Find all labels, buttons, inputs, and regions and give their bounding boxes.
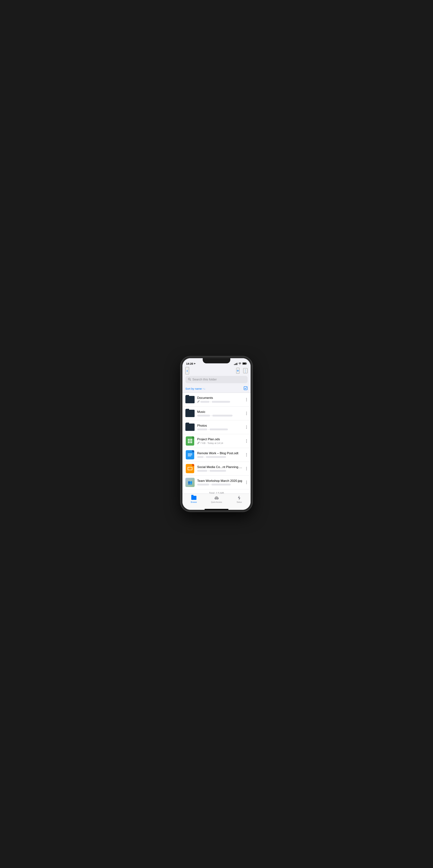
sort-up-arrow: ↑ <box>203 387 204 390</box>
meta-skeleton-2 <box>206 456 226 458</box>
file-meta-project-plan: 7 KB · Today at 14:14 <box>197 442 243 445</box>
tab-status-label: Status <box>237 501 242 503</box>
tab-bar: Browse Quick Access <box>182 494 251 509</box>
link-icon <box>197 400 200 403</box>
sort-label[interactable]: Sort by name ↑ ↓ <box>185 387 205 390</box>
svg-marker-13 <box>238 495 240 500</box>
signal-bar-2 <box>235 364 235 365</box>
top-nav: ‹ + ⋮ <box>182 366 251 376</box>
file-meta-team-workshop: - <box>197 483 243 486</box>
home-bar <box>205 509 228 510</box>
file-info-remote-work: Remote Work – Blog Post.odt - <box>197 452 243 458</box>
sort-arrows: ↑ ↓ <box>203 387 205 390</box>
sort-text: Sort by name <box>185 387 202 390</box>
file-name-documents: Documents <box>197 396 243 400</box>
file-meta-documents: - <box>197 400 243 403</box>
file-info-social-media: Social Media Co...nt Planning.odp - <box>197 465 243 472</box>
time-display: 14:20 <box>186 362 193 365</box>
browse-icon <box>191 495 196 500</box>
file-more-button[interactable] <box>246 425 248 430</box>
tab-browse[interactable]: Browse <box>182 495 205 503</box>
link-icon <box>197 442 200 445</box>
file-more-button[interactable] <box>246 397 248 402</box>
signal-bars <box>234 363 237 365</box>
phone-frame: 14:20 ➤ <box>181 356 252 512</box>
status-time: 14:20 ➤ <box>186 362 196 365</box>
more-button[interactable]: ⋮ <box>243 368 248 373</box>
total-text: Total: 2,5 MB <box>209 492 224 494</box>
file-info-music: Music - <box>197 410 243 417</box>
search-placeholder: Search this folder <box>192 378 217 381</box>
nav-actions: + ⋮ <box>236 368 248 374</box>
status-icons <box>234 363 247 365</box>
svg-point-12 <box>215 497 218 499</box>
odt-file-icon <box>185 450 195 459</box>
meta-skeleton-1 <box>197 456 204 458</box>
back-button[interactable]: ‹ <box>185 367 189 374</box>
tab-quick-access[interactable]: Quick Access <box>205 495 228 503</box>
file-meta-text-project-plan: 7 KB · Today at 14:14 <box>200 442 223 444</box>
file-name-team-workshop: Team Workshop March 2020.jpg <box>197 479 243 483</box>
ods-file-icon <box>185 436 195 445</box>
home-indicator <box>182 509 251 510</box>
tab-quick-access-label: Quick Access <box>211 501 222 503</box>
meta-skeleton-1 <box>200 401 209 403</box>
file-more-button[interactable] <box>246 453 248 457</box>
tab-browse-label: Browse <box>191 501 197 503</box>
file-name-music: Music <box>197 410 243 414</box>
list-item[interactable]: Team Workshop March 2020.jpg - <box>182 475 251 489</box>
meta-dash: - <box>211 414 211 417</box>
file-name-social-media: Social Media Co...nt Planning.odp <box>197 465 243 469</box>
meta-skeleton-1 <box>197 429 207 430</box>
svg-rect-4 <box>244 386 247 390</box>
file-name-project-plan: Project Plan.ods <box>197 437 243 441</box>
sort-down-arrow: ↓ <box>204 387 205 390</box>
status-icon <box>237 495 241 500</box>
meta-dash: - <box>204 456 205 458</box>
list-item[interactable]: Remote Work – Blog Post.odt - <box>182 448 251 462</box>
folder-icon-music <box>185 409 195 418</box>
total-bar: Total: 2,5 MB <box>182 489 251 494</box>
jpg-file-icon <box>185 478 195 487</box>
add-button[interactable]: + <box>236 368 239 374</box>
sort-bar: Sort by name ↑ ↓ <box>182 385 251 393</box>
meta-skeleton-2 <box>212 401 230 403</box>
list-item[interactable]: Documents - <box>182 393 251 407</box>
phone-screen: 14:20 ➤ <box>182 358 251 510</box>
list-item[interactable]: Music - <box>182 407 251 421</box>
quick-access-icon <box>214 495 219 500</box>
signal-bar-4 <box>237 363 237 365</box>
search-bar[interactable]: Search this folder <box>185 376 248 383</box>
meta-skeleton-2 <box>209 470 226 472</box>
signal-bar-1 <box>234 364 235 365</box>
list-item[interactable]: Project Plan.ods 7 KB · Today at 14:14 <box>182 434 251 448</box>
file-info-photos: Photos - <box>197 424 243 431</box>
meta-dash: - <box>208 428 209 431</box>
location-icon: ➤ <box>194 363 196 365</box>
meta-dash: - <box>210 401 211 403</box>
svg-rect-1 <box>243 363 246 364</box>
list-item[interactable]: Photos - <box>182 421 251 434</box>
meta-skeleton-1 <box>197 470 207 472</box>
file-more-button[interactable] <box>246 480 248 485</box>
meta-skeleton-2 <box>211 484 231 486</box>
file-meta-photos: - <box>197 428 243 431</box>
select-all-icon[interactable] <box>243 386 248 391</box>
file-more-button[interactable] <box>246 466 248 471</box>
signal-bar-3 <box>236 363 236 365</box>
folder-icon-photos <box>185 423 195 432</box>
file-info-project-plan: Project Plan.ods 7 KB · Today at 14:14 <box>197 437 243 445</box>
file-meta-music: - <box>197 414 243 417</box>
file-more-button[interactable] <box>246 411 248 416</box>
folder-icon-documents <box>185 395 195 404</box>
list-item[interactable]: Social Media Co...nt Planning.odp - <box>182 462 251 475</box>
meta-skeleton-2 <box>212 415 232 416</box>
file-more-button[interactable] <box>246 439 248 443</box>
meta-dash: - <box>210 483 211 486</box>
file-name-photos: Photos <box>197 424 243 428</box>
file-list: Documents - <box>182 393 251 494</box>
search-icon <box>188 378 191 381</box>
tab-status[interactable]: Status <box>228 495 251 503</box>
meta-dash: - <box>208 469 209 472</box>
meta-skeleton-1 <box>197 484 209 486</box>
